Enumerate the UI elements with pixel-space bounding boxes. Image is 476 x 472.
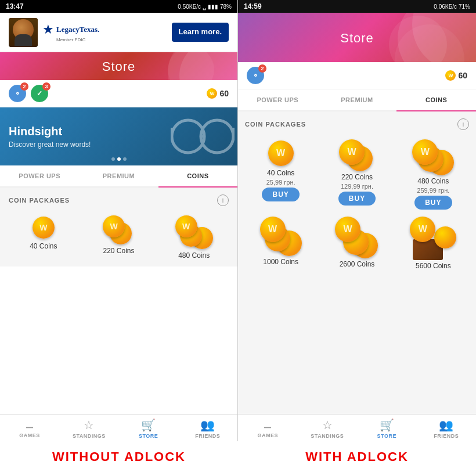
coin-220-front: W (103, 215, 125, 237)
coin-40-right-img: W (266, 139, 295, 167)
nav-friends-label-right: FRIENDS (434, 433, 459, 439)
nav-friends-left[interactable]: 👥 FRIENDS (178, 418, 237, 439)
bottom-label-right: WITH ADLOCK (238, 441, 476, 472)
package-220-right: W 220 Coins 129,99 грн. BUY (321, 139, 392, 210)
coin-5600-back2 (434, 226, 456, 248)
right-status-icons: 0,06КБ/с 71% (434, 3, 470, 10)
info-button-right[interactable]: i (457, 118, 469, 130)
package-480-name-right: 480 Coins (417, 177, 449, 185)
coin-2600-right-front: W (335, 217, 360, 242)
right-badge-1: 2 (258, 64, 266, 73)
coin-40-right-circle: W (268, 140, 294, 166)
right-power-icons: ⚬ 2 (247, 67, 264, 84)
star-icon: ★ (42, 22, 54, 37)
package-5600-name-right: 5600 Coins (416, 262, 451, 270)
fdic-text: Member FDIC (56, 37, 85, 42)
glasses-icon (171, 116, 235, 157)
signal-icon: ▮▮▮ (208, 3, 218, 10)
right-status-bar: 14:59 0,06КБ/с 71% (238, 0, 476, 13)
battery-left: 78% (220, 3, 232, 10)
coin-220-right-front: W (339, 139, 365, 165)
right-coin-number: 60 (458, 71, 467, 80)
nav-standings-label-left: STANDINGS (73, 433, 106, 439)
nav-games-right[interactable]: ⎽ GAMES (238, 418, 298, 439)
coin-220-right-img: W (339, 139, 375, 171)
package-40-name-right: 40 Coins (267, 169, 294, 177)
hindsight-banner: Hindsight Discover great new words! (0, 107, 237, 165)
buy-480-button[interactable]: BUY (414, 196, 452, 210)
package-40-left: W 40 Coins (9, 215, 78, 260)
left-coin-count: W 60 (207, 88, 229, 99)
right-coin-packages: COIN PACKAGES i W 40 Coins 25,99 грн. BU… (238, 111, 476, 284)
tab-premium-left[interactable]: PREMIUM (79, 165, 158, 186)
coin-5600-right-img: W (410, 217, 456, 260)
coin-40-circle: W (33, 217, 55, 239)
coin-packages-header-right: COIN PACKAGES i (245, 118, 469, 130)
nav-friends-right[interactable]: 👥 FRIENDS (417, 418, 477, 439)
learn-more-button[interactable]: Learn more. (172, 23, 229, 42)
data-speed-right: 0,06КБ/с (434, 3, 457, 10)
legacy-texas-text: LegacyTexas. (56, 25, 99, 34)
right-icon-bar: ⚬ 2 W 60 (238, 62, 476, 89)
legacy-texas-logo: ★ LegacyTexas. (42, 22, 99, 37)
coin-220-img: W (103, 215, 135, 244)
info-button-left[interactable]: i (217, 194, 229, 206)
buy-220-button[interactable]: BUY (338, 192, 376, 206)
package-480-price-right: 259,99 грн. (417, 187, 449, 194)
package-220-name-left: 220 Coins (103, 247, 134, 255)
right-power-icon-1-label: ⚬ (253, 71, 258, 80)
friends-icon-right: 👥 (439, 418, 453, 432)
coin-1000-right-front: W (260, 217, 286, 242)
package-1000-right: W 1000 Coins (245, 217, 316, 270)
left-tabs: POWER UPS PREMIUM COINS (0, 165, 237, 188)
power-icon-1: ⚬ 2 (9, 85, 26, 102)
tab-power-ups-left[interactable]: POWER UPS (0, 165, 79, 186)
power-icon-2-label: ✓ (37, 89, 42, 98)
right-store-header: Store (238, 13, 476, 62)
without-adlock-text: WITHOUT ADLOCK (52, 449, 186, 464)
tab-coins-left[interactable]: COINS (158, 165, 237, 186)
nav-standings-left[interactable]: ☆ STANDINGS (59, 418, 118, 439)
store-icon-right: 🛒 (380, 418, 394, 432)
package-480-name-left: 480 Coins (178, 251, 210, 260)
coin-packages-title-right: COIN PACKAGES (245, 121, 306, 128)
nav-store-right[interactable]: 🛒 STORE (357, 418, 417, 439)
right-coin-count: W 60 (445, 70, 467, 81)
coin-packages-header-left: COIN PACKAGES i (9, 194, 229, 206)
nav-games-left[interactable]: ⎽ GAMES (0, 418, 59, 439)
nav-store-left[interactable]: 🛒 STORE (119, 418, 178, 439)
left-status-icons: 0,50КБ/с ␣ ▮▮▮ 78% (178, 3, 232, 10)
right-bottom-nav: ⎽ GAMES ☆ STANDINGS 🛒 STORE 👥 FRIENDS (238, 414, 476, 441)
right-packages-row1: W 40 Coins 25,99 грн. BUY W 220 Coins 12… (245, 139, 469, 210)
right-power-icon-1: ⚬ 2 (247, 67, 264, 84)
left-icon-bar: ⚬ 2 ✓ 3 W 60 (0, 80, 237, 107)
package-1000-name-right: 1000 Coins (263, 258, 298, 266)
hindsight-subtitle: Discover great new words! (9, 140, 91, 149)
tab-power-ups-right[interactable]: POWER UPS (238, 89, 318, 110)
package-5600-right: W 5600 Coins (398, 217, 469, 270)
coin-icon-left: W (207, 88, 217, 99)
nav-standings-right[interactable]: ☆ STANDINGS (298, 418, 358, 439)
with-adlock-text: WITH ADLOCK (305, 449, 409, 464)
package-2600-name-right: 2600 Coins (340, 260, 375, 268)
coin-480-right-img: W (412, 139, 454, 175)
nav-games-label-left: GAMES (19, 433, 40, 438)
badge-1: 2 (20, 82, 28, 91)
bottom-labels: WITHOUT ADLOCK WITH ADLOCK (0, 441, 476, 472)
data-speed-left: 0,50КБ/с (178, 3, 201, 10)
coin-packages-title-left: COIN PACKAGES (9, 197, 70, 204)
tab-premium-right[interactable]: PREMIUM (318, 89, 397, 110)
tab-coins-right[interactable]: COINS (396, 89, 476, 110)
nav-standings-label-right: STANDINGS (311, 433, 344, 439)
buy-40-button[interactable]: BUY (262, 188, 299, 201)
left-store-title: Store (9, 59, 229, 74)
bluetooth-icon: ␣ (203, 3, 206, 10)
badge-2: 3 (42, 82, 51, 91)
left-coin-number: 60 (219, 89, 229, 98)
hindsight-title: Hindsight (9, 125, 91, 138)
right-packages-row2: W 1000 Coins W 2600 Coins (245, 217, 469, 270)
coin-480-right-front: W (412, 139, 438, 165)
ad-banner[interactable]: ★ LegacyTexas. Member FDIC Learn more. (0, 13, 237, 52)
banner-dots (111, 157, 127, 161)
battery-right: 71% (459, 3, 470, 10)
